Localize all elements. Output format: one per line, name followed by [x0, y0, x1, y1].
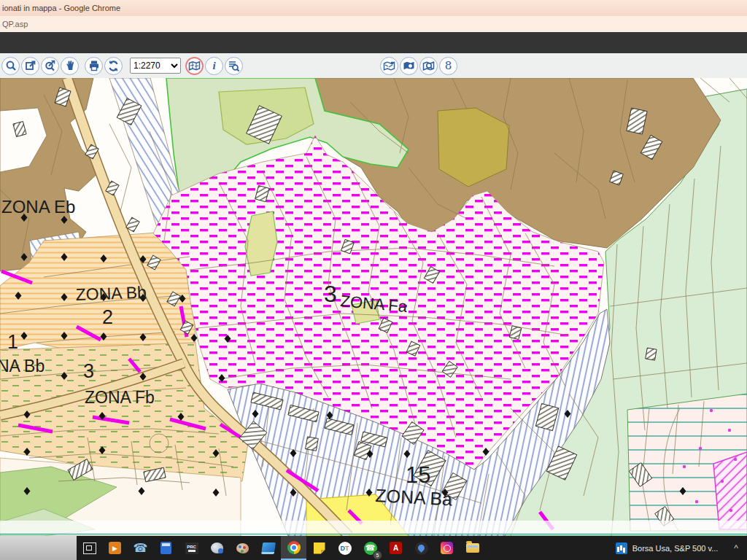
window-titlebar[interactable]: ionati in mappa - Google Chrome	[0, 0, 747, 16]
tray-chevron-icon[interactable]: ^	[734, 543, 738, 553]
map-locate-icon[interactable]	[419, 57, 438, 75]
url-text: QP.asp	[0, 20, 28, 28]
label-zona-ba: ZONA Ba	[375, 485, 453, 509]
task-view-icon[interactable]	[77, 536, 102, 560]
zoom-icon[interactable]	[1, 57, 20, 75]
calculator-icon[interactable]	[153, 536, 179, 560]
dt-app-icon[interactable]: DT	[332, 536, 357, 560]
label-num-15: 15	[406, 462, 430, 488]
map-select-icon[interactable]	[185, 57, 204, 75]
label-zona-fb: ZONA Fb	[85, 388, 155, 407]
taskbar-icons: ▶ ☎ PRC DT ☎ 5 A	[77, 536, 485, 560]
scale-dropdown[interactable]: 1:2270	[130, 58, 181, 74]
media-player-icon[interactable]: ▶	[102, 536, 128, 560]
label-num-3-center: 3	[324, 281, 337, 307]
news-widget[interactable]: Borsa Usa, S&P 500 v... ^	[616, 536, 747, 560]
sticky-notes-icon[interactable]	[306, 536, 332, 560]
label-zona-bb-partial: NA Bb	[0, 357, 44, 376]
scale-select[interactable]: 1:2270	[130, 58, 181, 74]
whatsapp-badge: 5	[373, 551, 382, 560]
label-num-1: 1	[7, 331, 18, 353]
pan-hand-icon[interactable]	[61, 57, 79, 75]
screen: { "window": { "title": "ionati in mappa …	[0, 0, 747, 560]
map-person-icon[interactable]	[400, 57, 418, 75]
maps-icon[interactable]	[409, 536, 434, 560]
instagram-icon[interactable]	[434, 536, 460, 560]
phone-icon[interactable]: ☎	[128, 536, 153, 560]
chrome-icon[interactable]	[281, 536, 306, 560]
acrobat-icon[interactable]: A	[383, 536, 409, 560]
open-new-window-icon[interactable]	[21, 57, 39, 75]
taskbar: ▶ ☎ PRC DT ☎ 5 A Borsa Usa, S&P 500 v...…	[0, 536, 747, 560]
background-window-edge	[0, 536, 77, 560]
whatsapp-icon[interactable]: ☎ 5	[357, 536, 383, 560]
satellite-icon[interactable]	[204, 536, 230, 560]
stocks-news-icon	[616, 542, 627, 554]
map-toolbar: 1:2270 i 8	[0, 53, 747, 79]
bottom-overlay-strip	[0, 521, 747, 534]
map-canvas[interactable]: ZONA Eb ZONA Bb 2 1 NA Bb 3 ZONA Fb 3 ZO…	[0, 78, 747, 536]
news-headline: Borsa Usa, S&P 500 v...	[632, 544, 719, 553]
prc-app-icon[interactable]: PRC	[179, 536, 204, 560]
label-zona-bb-num: 2	[102, 306, 113, 328]
window-title: ionati in mappa - Google Chrome	[0, 4, 120, 12]
zoom-extent-icon[interactable]	[41, 57, 59, 75]
address-bar[interactable]: QP.asp	[0, 16, 747, 33]
browser-dark-band	[0, 32, 747, 53]
laptop-icon[interactable]	[255, 536, 281, 560]
label-zona-eb: ZONA Eb	[1, 197, 75, 217]
label-num-3-left: 3	[83, 360, 94, 382]
section-8-icon[interactable]: 8	[439, 57, 457, 75]
map-measure-icon[interactable]	[380, 57, 398, 75]
file-explorer-icon[interactable]	[460, 536, 485, 560]
refresh-icon[interactable]	[104, 57, 123, 75]
print-icon[interactable]	[85, 57, 103, 75]
paint-icon[interactable]	[230, 536, 255, 560]
query-search-icon[interactable]	[225, 57, 243, 75]
label-zona-bb: ZONA Bb	[75, 283, 147, 304]
info-icon[interactable]: i	[205, 57, 223, 75]
